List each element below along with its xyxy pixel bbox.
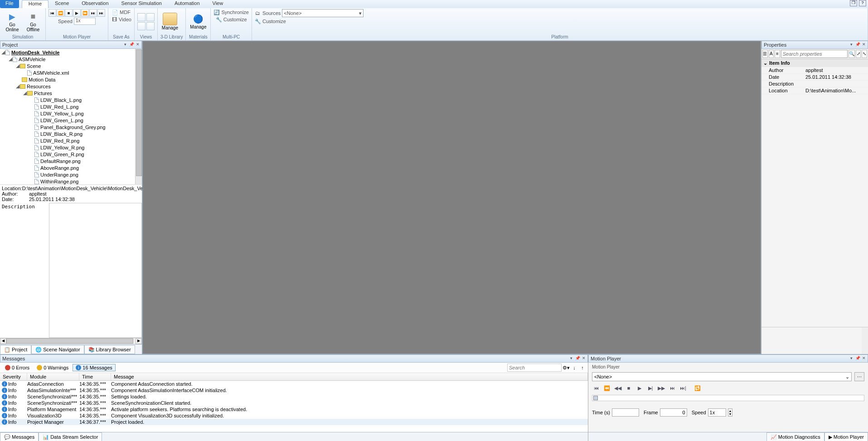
properties-section[interactable]: ⌄Item Info [761, 59, 868, 67]
close-icon[interactable]: ✕ [861, 356, 867, 361]
browse-button[interactable]: … [854, 372, 864, 381]
col-message[interactable]: Message [111, 373, 588, 380]
tab-view[interactable]: View [206, 0, 230, 8]
message-row[interactable]: iInfoProject Manager14:36:37.***Project … [0, 419, 588, 425]
categorize-icon[interactable]: ☰ [762, 50, 768, 58]
close-icon[interactable]: ✕ [581, 356, 587, 361]
customize-multipc-button[interactable]: 🔧Customize [216, 16, 247, 23]
window-restore-icon[interactable]: ❐ [850, 0, 857, 6]
tree-node[interactable]: DefaultRange.png [40, 158, 81, 164]
save-video-button[interactable]: 🎞Video [111, 16, 131, 23]
mp-next-icon[interactable]: ⏩ [81, 9, 89, 17]
go-offline-button[interactable]: ■Go Offline [24, 10, 43, 33]
sort-list-icon[interactable]: ≡ [775, 50, 780, 58]
project-tree[interactable]: ◢ MotionDesk_Vehicle ◢ ASMVehicle ◢ Scen… [0, 49, 142, 184]
message-row[interactable]: iInfoAdasSimulationInte***14:36:35.***Co… [0, 387, 588, 393]
description-textarea[interactable] [49, 203, 142, 338]
slider-thumb[interactable] [593, 396, 598, 400]
message-row[interactable]: iInfoVisualization3D14:36:35.***Componen… [0, 412, 588, 419]
tree-node[interactable]: Resources [27, 84, 51, 89]
mp-last-icon[interactable]: ⏭ [97, 9, 105, 17]
property-row[interactable]: Date25.01.2011 14:32:38 [761, 74, 868, 81]
speed-input[interactable]: 1x [74, 18, 96, 25]
property-row[interactable]: Authorappltest [761, 67, 868, 74]
message-row[interactable]: iInfoAdasConnection14:36:35.***Component… [0, 381, 588, 387]
close-icon[interactable]: ✕ [135, 42, 141, 48]
spinner-icon[interactable]: ▲▼ [728, 408, 733, 417]
tree-node[interactable]: UnderRange.png [40, 172, 78, 177]
frame-input[interactable] [660, 408, 687, 417]
properties-search-input[interactable] [781, 50, 848, 58]
arrow-up-icon[interactable]: ↑ [579, 365, 586, 370]
tab-scene-navigator[interactable]: 🌐Scene Navigator [31, 345, 84, 354]
tree-node[interactable]: LDW_Red_R.png [40, 138, 79, 144]
time-input[interactable] [612, 408, 639, 417]
mp-rewind-icon[interactable]: ◀◀ [614, 384, 622, 392]
messages-table[interactable]: Severity Module Time Message iInfoAdasCo… [0, 373, 588, 432]
sort-az-icon[interactable]: A [769, 50, 774, 58]
tree-root[interactable]: MotionDesk_Vehicle [11, 50, 59, 55]
mp-step-back-icon[interactable]: ⏪ [603, 384, 611, 392]
main-canvas[interactable] [142, 41, 761, 354]
dropdown-icon[interactable]: ▾ [122, 42, 128, 48]
warnings-filter[interactable]: 0 Warnings [34, 364, 72, 371]
col-severity[interactable]: Severity [0, 373, 27, 380]
tree-node[interactable]: Panel_Background_Grey.png [40, 125, 106, 130]
tree-node[interactable]: LDW_Red_L.png [40, 104, 78, 110]
tree-node[interactable]: LDW_Yellow_R.png [40, 145, 84, 150]
speed-input[interactable] [708, 408, 726, 417]
tree-node[interactable]: AboveRange.png [40, 165, 79, 171]
messages-filter[interactable]: i16 Messages [73, 364, 115, 371]
tree-node[interactable]: WithinRange.png [40, 179, 78, 184]
mp-first-icon[interactable]: ⏮ [592, 384, 600, 392]
tab-automation[interactable]: Automation [168, 0, 206, 8]
mp-next2-icon[interactable]: ⏭ [89, 9, 97, 17]
mp-next-icon[interactable]: ⏭ [668, 384, 676, 392]
scrollbar[interactable] [862, 327, 868, 354]
window-help-icon[interactable]: ? [859, 0, 866, 6]
mp-ffwd-icon[interactable]: ▶▶ [657, 384, 665, 392]
pin-icon[interactable]: 📌 [855, 356, 860, 361]
tab-motion-player[interactable]: ▶Motion Player [824, 432, 868, 441]
mp-first-icon[interactable]: ⏮ [48, 9, 56, 17]
tab-observation[interactable]: Observation [75, 0, 115, 8]
views-grid[interactable] [137, 13, 155, 30]
mp-last-icon[interactable]: ⏭| [679, 384, 687, 392]
tab-scene[interactable]: Scene [48, 0, 75, 8]
tree-node[interactable]: Pictures [34, 91, 52, 96]
project-hscroll[interactable]: ◀▶ [0, 338, 142, 344]
filter-icon[interactable]: ⚙▾ [563, 365, 570, 371]
tree-node[interactable]: Scene [27, 63, 41, 69]
mp-loop-icon[interactable]: 🔁 [693, 384, 702, 392]
motion-file-combo[interactable]: <None>⌄ [592, 372, 852, 381]
search-icon[interactable]: 🔍 [849, 50, 855, 58]
save-mdf-button[interactable]: 📄MDF [112, 9, 131, 15]
tab-messages[interactable]: 💬Messages [0, 432, 39, 441]
dropdown-icon[interactable]: ▾ [568, 356, 574, 361]
arrow-down-icon[interactable]: ↓ [571, 365, 578, 370]
message-row[interactable]: iInfoSceneSynchronizati***14:36:35.***Se… [0, 393, 588, 400]
close-icon[interactable]: ✕ [861, 42, 867, 48]
tree-node[interactable]: LDW_Yellow_L.png [40, 111, 84, 116]
tree-node[interactable]: ASMVehicle.xml [33, 70, 69, 76]
dropdown-icon[interactable]: ▾ [849, 356, 854, 361]
tab-motion-diagnostics[interactable]: 📈Motion Diagnostics [766, 432, 824, 441]
pin-icon[interactable]: 📌 [129, 42, 134, 48]
sources-combo[interactable]: <None>▾ [282, 9, 364, 17]
expand-icon[interactable]: ⤢ [856, 50, 861, 58]
collapse-icon[interactable]: ⤡ [862, 50, 867, 58]
tab-library-browser[interactable]: 📚Library Browser [84, 345, 135, 354]
manage-materials-button[interactable]: 🔵Manage [189, 13, 208, 30]
mp-stop-icon[interactable]: ■ [65, 9, 73, 17]
col-time[interactable]: Time [79, 373, 111, 380]
tab-project[interactable]: 📋Project [0, 345, 31, 354]
motion-slider[interactable] [592, 395, 864, 401]
mp-step-fwd-icon[interactable]: ▶| [646, 384, 655, 392]
tree-node[interactable]: Motion Data [29, 77, 55, 82]
customize-platform-button[interactable]: 🔧Customize [255, 18, 286, 24]
mp-prev-icon[interactable]: ⏪ [57, 9, 64, 17]
tab-data-stream[interactable]: 📊Data Stream Selector [39, 432, 102, 441]
manage-3d-library-button[interactable]: Manage [160, 12, 179, 31]
property-row[interactable]: LocationD:\test\Animation\Mo... [761, 87, 868, 94]
mp-play-icon[interactable]: ▶ [635, 384, 644, 392]
